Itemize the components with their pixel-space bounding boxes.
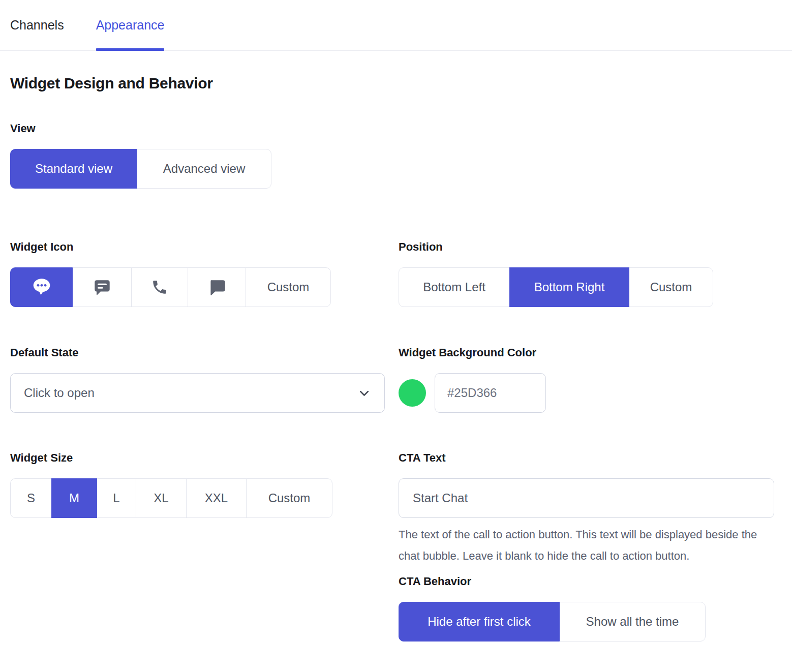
cta-behavior-group: Hide after first click Show all the time bbox=[399, 602, 774, 642]
appearance-settings-page: Channels Appearance Widget Design and Be… bbox=[0, 0, 792, 642]
size-option-s[interactable]: S bbox=[10, 478, 52, 518]
widget-icon-option-custom[interactable]: Custom bbox=[246, 267, 331, 307]
background-color-section: Widget Background Color bbox=[399, 346, 774, 413]
cta-behavior-option-hide-label: Hide after first click bbox=[428, 615, 531, 629]
size-option-xxl[interactable]: XXL bbox=[186, 478, 247, 518]
widget-icon-option-chat-lines[interactable] bbox=[72, 267, 132, 307]
widget-icon-group: Custom bbox=[10, 267, 385, 307]
default-state-dropdown[interactable]: Click to open bbox=[10, 373, 385, 413]
view-option-standard-label: Standard view bbox=[35, 162, 112, 176]
widget-icon-label: Widget Icon bbox=[10, 240, 385, 254]
position-group: Bottom Left Bottom Right Custom bbox=[399, 267, 774, 307]
size-option-xl[interactable]: XL bbox=[136, 478, 187, 518]
chat-lines-icon bbox=[92, 277, 113, 298]
position-label: Position bbox=[399, 240, 774, 254]
chat-sharp-icon bbox=[206, 277, 228, 298]
view-option-advanced-label: Advanced view bbox=[163, 162, 245, 176]
size-option-custom-label: Custom bbox=[268, 491, 311, 505]
position-option-custom-label: Custom bbox=[650, 280, 692, 294]
view-option-standard[interactable]: Standard view bbox=[10, 149, 137, 189]
widget-size-label: Widget Size bbox=[10, 451, 385, 465]
cta-behavior-label: CTA Behavior bbox=[399, 575, 774, 588]
size-option-m[interactable]: M bbox=[51, 478, 97, 518]
chat-dots-icon bbox=[31, 277, 53, 298]
view-toggle-group: Standard view Advanced view bbox=[10, 149, 782, 189]
widget-icon-section: Widget Icon bbox=[10, 240, 385, 307]
cta-text-help: The text of the call to action button. T… bbox=[399, 524, 772, 567]
position-option-bottom-right[interactable]: Bottom Right bbox=[509, 267, 629, 307]
position-option-bottom-left[interactable]: Bottom Left bbox=[399, 267, 510, 307]
background-color-controls bbox=[399, 373, 774, 413]
cta-behavior-option-show-label: Show all the time bbox=[586, 615, 679, 629]
view-label: View bbox=[10, 122, 782, 135]
tab-channels-label: Channels bbox=[10, 18, 64, 33]
cta-behavior-option-hide[interactable]: Hide after first click bbox=[399, 602, 560, 642]
tab-bar: Channels Appearance bbox=[0, 0, 792, 51]
position-section: Position Bottom Left Bottom Right Custom bbox=[399, 240, 774, 307]
view-option-advanced[interactable]: Advanced view bbox=[137, 149, 271, 189]
widget-icon-option-chat-dots[interactable] bbox=[10, 267, 73, 307]
cta-section: CTA Text The text of the call to action … bbox=[399, 451, 774, 642]
tab-channels[interactable]: Channels bbox=[10, 0, 64, 50]
size-option-l-label: L bbox=[113, 491, 119, 505]
tab-appearance-label: Appearance bbox=[96, 18, 165, 33]
background-color-label: Widget Background Color bbox=[399, 346, 774, 359]
cta-text-input[interactable] bbox=[399, 478, 774, 518]
page-title: Widget Design and Behavior bbox=[10, 75, 782, 92]
settings-content: Widget Design and Behavior View Standard… bbox=[0, 75, 792, 642]
cta-text-label: CTA Text bbox=[399, 451, 774, 465]
hex-color-input[interactable] bbox=[435, 373, 546, 413]
size-option-l[interactable]: L bbox=[97, 478, 136, 518]
widget-icon-option-chat-sharp[interactable] bbox=[188, 267, 246, 307]
size-option-m-label: M bbox=[69, 491, 79, 505]
default-state-label: Default State bbox=[10, 346, 385, 359]
size-option-xxl-label: XXL bbox=[205, 491, 228, 505]
color-swatch[interactable] bbox=[399, 379, 426, 407]
cta-text-input-wrap bbox=[399, 478, 774, 518]
tab-appearance[interactable]: Appearance bbox=[96, 0, 165, 50]
widget-size-group: S M L XL XXL Custom bbox=[10, 478, 385, 518]
default-state-section: Default State Click to open bbox=[10, 346, 385, 413]
position-option-bottom-right-label: Bottom Right bbox=[534, 280, 605, 294]
widget-icon-custom-label: Custom bbox=[267, 280, 310, 294]
size-option-s-label: S bbox=[27, 491, 35, 505]
widget-icon-option-phone[interactable] bbox=[131, 267, 188, 307]
size-option-xl-label: XL bbox=[154, 491, 168, 505]
phone-icon bbox=[151, 279, 168, 296]
default-state-value: Click to open bbox=[24, 386, 95, 400]
position-option-bottom-left-label: Bottom Left bbox=[423, 280, 485, 294]
chevron-down-icon bbox=[357, 386, 371, 400]
size-option-custom[interactable]: Custom bbox=[246, 478, 332, 518]
position-option-custom[interactable]: Custom bbox=[629, 267, 713, 307]
cta-behavior-option-show[interactable]: Show all the time bbox=[559, 602, 706, 642]
widget-size-section: Widget Size S M L XL XXL bbox=[10, 451, 385, 518]
